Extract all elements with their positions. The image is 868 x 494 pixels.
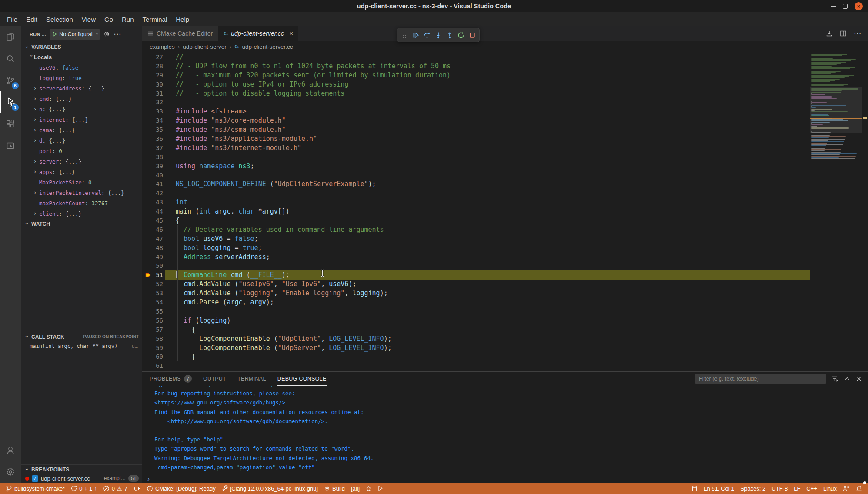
variable-row[interactable]: ›client: {...} bbox=[21, 208, 142, 219]
sync-indicator[interactable]: 0↓ 1↑ bbox=[68, 483, 100, 494]
code-line-54[interactable]: 54 cmd.Parse (argc, argv); bbox=[142, 298, 810, 307]
line-number[interactable]: 49 bbox=[142, 253, 163, 262]
eol-setting[interactable]: LF bbox=[791, 483, 803, 494]
line-number[interactable]: 52 bbox=[142, 280, 163, 289]
code-line-57[interactable]: 57 { bbox=[142, 325, 810, 334]
variable-row[interactable]: ›internet: {...} bbox=[21, 114, 142, 125]
code-line-51[interactable]: 51 CommandLine cmd (__FILE__); bbox=[142, 270, 810, 280]
maximize-icon[interactable] bbox=[843, 4, 848, 9]
chevron-right-icon[interactable]: › bbox=[33, 210, 39, 217]
stop-button[interactable] bbox=[467, 30, 478, 41]
variable-row[interactable]: ›server: {...} bbox=[21, 156, 142, 167]
os-indicator[interactable]: Linux bbox=[820, 483, 840, 494]
line-number[interactable]: 47 bbox=[142, 234, 163, 244]
minimap[interactable] bbox=[810, 53, 862, 371]
collapse-panel-icon[interactable] bbox=[844, 376, 850, 382]
line-number[interactable]: 50 bbox=[142, 261, 163, 270]
breadcrumb-file[interactable]: udp-client-server.cc bbox=[242, 43, 293, 50]
menu-go[interactable]: Go bbox=[100, 16, 117, 23]
settings-gear-icon[interactable] bbox=[0, 461, 21, 483]
chevron-down-icon[interactable]: › bbox=[28, 54, 34, 60]
chevron-right-icon[interactable]: › bbox=[33, 190, 39, 196]
panel-tab-problems[interactable]: PROBLEMS7 bbox=[150, 372, 192, 386]
split-editor-icon[interactable] bbox=[840, 30, 847, 37]
code-line-59[interactable]: 59 LogComponentEnable ("UdpServer", LOG_… bbox=[142, 344, 810, 353]
variable-row[interactable]: ›interPacketInterval: {...} bbox=[21, 187, 142, 198]
build-target[interactable]: [all] bbox=[348, 483, 363, 494]
line-number[interactable]: 30 bbox=[142, 80, 163, 89]
search-icon[interactable] bbox=[0, 48, 21, 70]
minimize-icon[interactable] bbox=[831, 6, 836, 7]
close-tab-icon[interactable]: × bbox=[290, 30, 293, 37]
line-number[interactable]: 60 bbox=[142, 352, 163, 361]
more-actions-icon[interactable]: ⋯ bbox=[854, 31, 861, 36]
variable-row[interactable]: port: 0 bbox=[21, 146, 142, 156]
code-line-43[interactable]: 43int bbox=[142, 198, 810, 207]
notifications-button[interactable] bbox=[853, 483, 865, 494]
variables-section-header[interactable]: › VARIABLES bbox=[21, 42, 142, 52]
panel-tab-debug-console[interactable]: DEBUG CONSOLE bbox=[277, 372, 327, 386]
run-debug-icon[interactable]: 1 bbox=[0, 91, 21, 113]
line-number[interactable]: 59 bbox=[142, 344, 163, 353]
branch-indicator[interactable]: buildsystem-cmake* bbox=[3, 483, 68, 494]
code-line-42[interactable]: 42 bbox=[142, 189, 810, 198]
menu-selection[interactable]: Selection bbox=[42, 16, 77, 23]
code-line-33[interactable]: 33#include <fstream> bbox=[142, 107, 810, 116]
code-line-58[interactable]: 58 LogComponentEnable ("UdpClient", LOG_… bbox=[142, 334, 810, 344]
menu-file[interactable]: File bbox=[3, 16, 22, 23]
cmake-launch-button[interactable] bbox=[374, 483, 386, 494]
breakpoint-checkbox[interactable]: ✓ bbox=[32, 475, 38, 482]
code-line-48[interactable]: 48 bool logging = true; bbox=[142, 244, 810, 253]
line-number[interactable]: 38 bbox=[142, 153, 163, 162]
stack-frame-row[interactable]: main(int argc, char ** argv) u… bbox=[21, 341, 142, 351]
chevron-right-icon[interactable]: › bbox=[33, 106, 39, 112]
variable-row[interactable]: ›csma: {...} bbox=[21, 125, 142, 135]
launch-config-dropdown[interactable]: No Configural › bbox=[50, 29, 100, 40]
cmake-kit[interactable]: [Clang 12.0.0 x86_64-pc-linux-gnu] bbox=[219, 483, 321, 494]
line-number[interactable]: 45 bbox=[142, 216, 163, 225]
breakpoint-row[interactable]: ✓ udp-client-server.cc exampl… 51 bbox=[21, 474, 142, 483]
code-line-45[interactable]: 45{ bbox=[142, 216, 810, 225]
line-number[interactable]: 34 bbox=[142, 116, 163, 125]
line-number[interactable]: 27 bbox=[142, 53, 163, 62]
chevron-right-icon[interactable]: › bbox=[33, 169, 39, 175]
line-number[interactable]: 33 bbox=[142, 107, 163, 116]
debug-session-indicator[interactable] bbox=[130, 483, 144, 494]
code-line-27[interactable]: 27// bbox=[142, 53, 810, 62]
line-number[interactable]: 43 bbox=[142, 198, 163, 207]
code-line-44[interactable]: 44main (int argc, char *argv[]) bbox=[142, 207, 810, 216]
step-out-button[interactable] bbox=[444, 30, 455, 41]
step-over-button[interactable] bbox=[421, 30, 433, 41]
current-frame-breakpoint-icon[interactable] bbox=[145, 272, 151, 278]
code-line-47[interactable]: 47 bool useV6 = false; bbox=[142, 234, 810, 244]
chevron-right-icon[interactable]: › bbox=[33, 137, 39, 144]
language-mode[interactable]: C++ bbox=[803, 483, 820, 494]
menu-run[interactable]: Run bbox=[117, 16, 138, 23]
account-icon[interactable] bbox=[0, 439, 21, 461]
line-number[interactable]: 37 bbox=[142, 144, 163, 153]
variable-row[interactable]: logging: true bbox=[21, 73, 142, 83]
code-line-40[interactable]: 40 bbox=[142, 171, 810, 180]
code-line-39[interactable]: 39using namespace ns3; bbox=[142, 162, 810, 171]
code-line-34[interactable]: 34#include "ns3/core-module.h" bbox=[142, 116, 810, 125]
cmake-icon[interactable] bbox=[0, 135, 21, 157]
line-number[interactable]: 57 bbox=[142, 325, 163, 334]
variable-row[interactable]: ›serverAddress: {...} bbox=[21, 83, 142, 93]
database-indicator[interactable] bbox=[688, 483, 701, 494]
panel-tab-output[interactable]: OUTPUT bbox=[203, 372, 226, 386]
variable-row[interactable]: ›Locals bbox=[21, 52, 142, 62]
line-number[interactable]: 28 bbox=[142, 62, 163, 71]
minimap-slider[interactable] bbox=[810, 87, 862, 133]
chevron-right-icon[interactable]: › bbox=[33, 158, 39, 164]
source-control-icon[interactable]: 6 bbox=[0, 70, 21, 91]
code-line-49[interactable]: 49 Address serverAddress; bbox=[142, 253, 810, 262]
line-number[interactable]: 58 bbox=[142, 334, 163, 344]
line-number[interactable]: 48 bbox=[142, 244, 163, 253]
variable-row[interactable]: useV6: false bbox=[21, 62, 142, 73]
menu-terminal[interactable]: Terminal bbox=[138, 16, 172, 23]
chevron-right-icon[interactable]: › bbox=[33, 127, 39, 133]
watch-section-header[interactable]: › WATCH bbox=[21, 219, 142, 228]
code-line-41[interactable]: 41NS_LOG_COMPONENT_DEFINE ("UdpClientSer… bbox=[142, 180, 810, 189]
code-line-31[interactable]: 31// - option to disable logging stateme… bbox=[142, 89, 810, 98]
line-number[interactable]: 39 bbox=[142, 162, 163, 171]
